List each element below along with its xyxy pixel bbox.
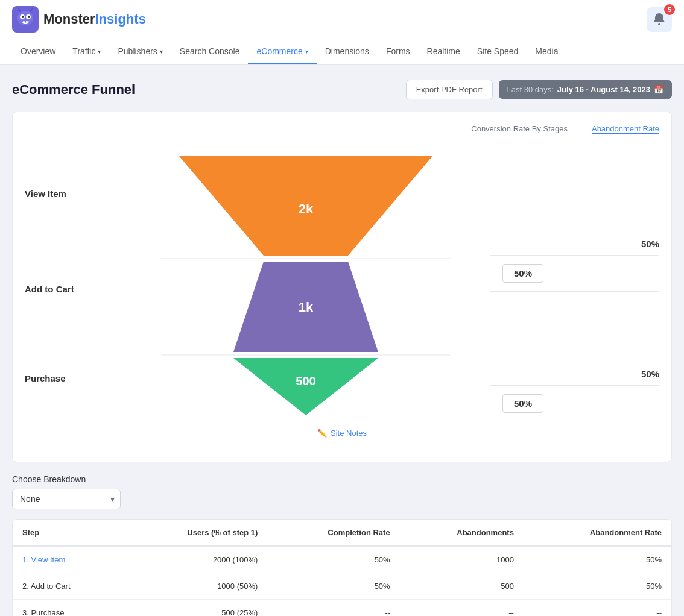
label-view-item: View Item [25, 151, 121, 236]
svg-rect-8 [23, 21, 25, 23]
site-notes-area: ✏️ Site Notes [25, 429, 659, 438]
nav-realtime[interactable]: Realtime [419, 39, 469, 64]
nav-ecommerce[interactable]: eCommerce▾ [248, 39, 316, 64]
funnel-chart-container: Conversion Rate By Stages Abandonment Ra… [12, 112, 672, 462]
col-step: Step [13, 520, 122, 546]
row-3-completion: -- [267, 600, 399, 617]
svg-point-10 [658, 23, 660, 25]
breakdown-select[interactable]: None Device Browser Country [12, 489, 121, 509]
logo-text: MonsterInsights [43, 11, 146, 27]
row-1-completion: 50% [267, 546, 399, 573]
header-actions: Export PDF Report Last 30 days: July 16 … [406, 80, 672, 99]
row-1-step: 1. View Item [13, 546, 122, 573]
row-3-users: 500 (25%) [122, 600, 268, 617]
traffic-chevron: ▾ [98, 48, 101, 55]
row-1-abandonment-rate: 50% [524, 546, 671, 573]
monster-logo-icon [12, 6, 39, 33]
breakdown-label: Choose Breakdown [12, 474, 672, 484]
nav-dimensions[interactable]: Dimensions [317, 39, 378, 64]
pencil-icon: ✏️ [317, 429, 327, 438]
main-nav: Overview Traffic▾ Publishers▾ Search Con… [0, 39, 684, 65]
calendar-icon: 📅 [654, 85, 663, 94]
page-header: eCommerce Funnel Export PDF Report Last … [12, 80, 672, 99]
nav-media[interactable]: Media [527, 39, 566, 64]
legend-conversion-rate: Conversion Rate By Stages [471, 124, 568, 134]
chart-legend: Conversion Rate By Stages Abandonment Ra… [25, 124, 659, 134]
divider-1 [25, 238, 121, 244]
row-2-abandonments: 500 [400, 573, 524, 600]
nav-site-speed[interactable]: Site Speed [469, 39, 527, 64]
col-users: Users (% of step 1) [122, 520, 268, 546]
col-completion: Completion Rate [267, 520, 399, 546]
logo: MonsterInsights [12, 6, 146, 33]
rate-row-1: 50% [490, 144, 659, 256]
nav-forms[interactable]: Forms [378, 39, 419, 64]
table-row: 3. Purchase 500 (25%) -- -- -- [13, 600, 671, 617]
export-pdf-button[interactable]: Export PDF Report [406, 80, 493, 99]
rate-badge-2: 50% [502, 394, 543, 413]
svg-point-4 [22, 16, 24, 18]
funnel-right-rates: 50% 50% 50% 50% [490, 144, 659, 421]
nav-search-console[interactable]: Search Console [171, 39, 249, 64]
site-notes-label: Site Notes [331, 429, 367, 438]
rate-badge-1: 50% [502, 264, 543, 283]
col-abandonments: Abandonments [400, 520, 524, 546]
label-purchase: Purchase [25, 342, 121, 414]
stage-3-label: 500 [296, 374, 315, 388]
site-notes-button[interactable]: ✏️ Site Notes [317, 429, 367, 438]
table-row: 2. Add to Cart 1000 (50%) 50% 500 50% [13, 573, 671, 600]
col-abandonment-rate: Abandonment Rate [524, 520, 671, 546]
table-row: 1. View Item 2000 (100%) 50% 1000 50% [13, 546, 671, 573]
legend-abandonment-rate: Abandonment Rate [592, 124, 659, 134]
svg-rect-9 [26, 21, 28, 23]
date-range-button[interactable]: Last 30 days: July 16 - August 14, 2023 … [499, 80, 672, 99]
breakdown-section: Choose Breakdown None Device Browser Cou… [12, 474, 672, 509]
row-1-users: 2000 (100%) [122, 546, 268, 573]
ecommerce-chevron: ▾ [305, 48, 308, 55]
row-2-step: 2. Add to Cart [13, 573, 122, 600]
funnel-data-table: Step Users (% of step 1) Completion Rate… [13, 520, 671, 616]
nav-publishers[interactable]: Publishers▾ [109, 39, 171, 64]
main-content: eCommerce Funnel Export PDF Report Last … [0, 65, 684, 616]
nav-overview[interactable]: Overview [12, 39, 64, 64]
nav-traffic[interactable]: Traffic▾ [64, 39, 109, 64]
row-1-abandonments: 1000 [400, 546, 524, 573]
logo-monster: Monster [43, 11, 95, 27]
publishers-chevron: ▾ [160, 48, 163, 55]
row-3-step: 3. Purchase [13, 600, 122, 617]
logo-insights: Insights [95, 11, 146, 27]
stage-2-label: 1k [299, 300, 314, 315]
row-2-completion: 50% [267, 573, 399, 600]
notifications-button[interactable]: 5 [647, 7, 672, 32]
rate-right-1: 50% [641, 239, 659, 249]
app-header: MonsterInsights 5 [0, 0, 684, 39]
page-title: eCommerce Funnel [12, 82, 135, 98]
rate-between-row-1: 50% [490, 256, 659, 292]
row-2-abandonment-rate: 50% [524, 573, 671, 600]
notification-badge: 5 [664, 4, 675, 15]
rate-row-2: 50% [490, 292, 659, 386]
funnel-svg: 2k 1k 500 [161, 144, 451, 421]
row-3-abandonments: -- [400, 600, 524, 617]
rate-between-row-2: 50% [490, 386, 659, 421]
svg-point-5 [28, 16, 30, 18]
row-3-abandonment-rate: -- [524, 600, 671, 617]
funnel-layout: View Item Add to Cart Purchase 2k [25, 144, 659, 421]
bell-icon [653, 12, 666, 25]
divider-2 [25, 333, 121, 339]
funnel-left-labels: View Item Add to Cart Purchase [25, 144, 121, 421]
date-value: July 16 - August 14, 2023 [557, 85, 650, 94]
row-2-users: 1000 (50%) [122, 573, 268, 600]
funnel-svg-area: 2k 1k 500 [121, 144, 490, 421]
rate-right-2: 50% [641, 369, 659, 379]
breakdown-select-wrapper: None Device Browser Country [12, 489, 121, 509]
stage-1-label: 2k [299, 201, 314, 216]
date-label: Last 30 days: [507, 85, 554, 94]
label-add-to-cart: Add to Cart [25, 247, 121, 331]
table-header-row: Step Users (% of step 1) Completion Rate… [13, 520, 671, 546]
funnel-table: Step Users (% of step 1) Completion Rate… [12, 519, 672, 616]
